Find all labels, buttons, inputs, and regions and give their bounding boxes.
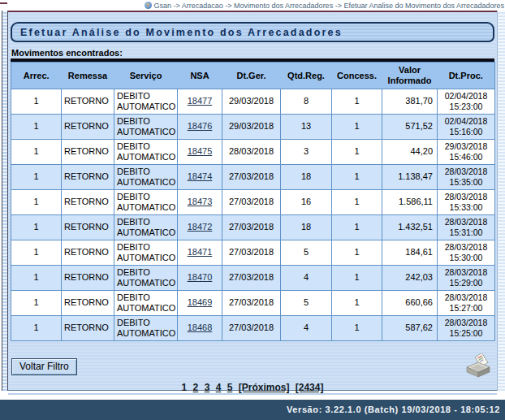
column-header: Arrec. [11,63,62,89]
cell-dtproc: 02/04/201815:23:00 [438,89,495,115]
top-left-maroon-line [0,2,7,4]
cell-nsa: 18477 [178,89,222,115]
cell-servico: DEBITO AUTOMATICO [114,316,178,341]
cell-servico: DEBITO AUTOMATICO [114,215,178,240]
cell-nsa: 18468 [178,316,222,341]
cell-dtproc: 28/03/201815:25:00 [438,316,495,341]
cell-remessa: RETORNO [62,140,114,165]
column-header: Dt.Proc. [438,63,495,89]
cell-arrec: 1 [11,89,62,115]
cell-valor: 660,66 [382,291,438,316]
cell-dtger: 28/03/2018 [222,140,281,165]
movements-table: Arrec.RemessaServiçoNSADt.Ger.Qtd.Reg.Co… [11,62,495,341]
section-label: Movimentos encontrados: [11,48,123,58]
cell-remessa: RETORNO [62,240,114,266]
cell-remessa: RETORNO [62,115,114,140]
cell-servico: DEBITO AUTOMATICO [114,89,178,115]
table-row: 1RETORNODEBITO AUTOMATICO1847127/03/2018… [11,240,495,266]
page-link[interactable]: 4 [216,382,222,393]
cell-remessa: RETORNO [62,89,114,115]
footer-divider-line [8,393,497,395]
nsa-link[interactable]: 18471 [188,247,213,257]
cell-qtd: 16 [281,190,332,215]
pagination: 1 2 3 4 5 [Próximos] [2434] [8,382,497,393]
cell-dtproc: 29/03/201815:46:00 [438,140,495,165]
table-body: 1RETORNODEBITO AUTOMATICO1847729/03/2018… [11,89,495,341]
cell-valor: 381,70 [382,89,438,115]
page-link[interactable]: 3 [205,382,210,393]
nsa-link[interactable]: 18472 [188,222,213,232]
cell-servico: DEBITO AUTOMATICO [114,291,178,316]
cell-dtger: 27/03/2018 [222,190,281,215]
nsa-link[interactable]: 18474 [188,171,213,181]
cell-concess: 1 [332,140,382,165]
cell-arrec: 1 [11,140,62,165]
table-row: 1RETORNODEBITO AUTOMATICO1847528/03/2018… [11,140,495,165]
cell-arrec: 1 [11,316,62,341]
cell-concess: 1 [332,165,382,190]
cell-concess: 1 [332,190,382,215]
cell-dtger: 27/03/2018 [222,240,281,266]
help-icon[interactable]: ? [145,2,152,9]
cell-arrec: 1 [11,291,62,316]
nsa-link[interactable]: 18473 [188,197,213,206]
cell-remessa: RETORNO [62,291,114,316]
cell-concess: 1 [332,266,382,291]
cell-qtd: 18 [281,165,332,190]
nsa-link[interactable]: 18477 [188,96,213,106]
nsa-link[interactable]: 18470 [188,272,213,282]
current-page: 1 [182,382,188,393]
page-link[interactable]: [Próximos] [239,382,290,393]
cell-dtproc: 28/03/201815:30:00 [438,240,495,266]
nsa-link[interactable]: 18475 [188,146,213,156]
cell-concess: 1 [332,291,382,316]
column-header: Qtd.Reg. [281,63,332,89]
cell-servico: DEBITO AUTOMATICO [114,240,178,266]
cell-dtger: 29/03/2018 [222,89,281,115]
cell-nsa: 18474 [178,165,222,190]
cell-qtd: 5 [281,240,332,266]
nsa-link[interactable]: 18468 [188,323,213,332]
table-row: 1RETORNODEBITO AUTOMATICO1847729/03/2018… [11,89,495,115]
page-link[interactable]: 2 [193,382,199,393]
cell-dtger: 27/03/2018 [222,316,281,341]
nsa-link[interactable]: 18476 [188,121,213,131]
cell-servico: DEBITO AUTOMATICO [114,140,178,165]
cell-qtd: 18 [281,215,332,240]
column-header: Concess. [332,63,382,89]
nsa-link[interactable]: 18469 [188,297,213,307]
column-header: NSA [178,63,222,89]
table-row: 1RETORNODEBITO AUTOMATICO1846927/03/2018… [11,291,495,316]
cell-remessa: RETORNO [62,190,114,215]
cell-concess: 1 [332,240,382,266]
cell-valor: 1.432,51 [382,215,438,240]
printer-icon[interactable] [464,353,492,379]
cell-dtger: 27/03/2018 [222,266,281,291]
cell-dtproc: 02/04/201815:16:00 [438,115,495,140]
cell-dtproc: 28/03/201815:31:00 [438,215,495,240]
cell-nsa: 18475 [178,140,222,165]
page-title-panel: Efetuar Análise do Movimento dos Arrecad… [11,22,494,42]
breadcrumb: ? Gsan -> Arrecadacao -> Movimento dos A… [145,1,504,10]
cell-qtd: 5 [281,291,332,316]
cell-nsa: 18473 [178,190,222,215]
table-row: 1RETORNODEBITO AUTOMATICO1846827/03/2018… [11,316,495,341]
cell-dtproc: 28/03/201815:33:00 [438,190,495,215]
cell-dtproc: 28/03/201815:27:00 [438,291,495,316]
cell-valor: 242,03 [382,266,438,291]
cell-dtproc: 28/03/201815:29:00 [438,266,495,291]
cell-arrec: 1 [11,115,62,140]
cell-servico: DEBITO AUTOMATICO [114,115,178,140]
cell-arrec: 1 [11,190,62,215]
cell-arrec: 1 [11,240,62,266]
cell-nsa: 18472 [178,215,222,240]
page-link[interactable]: [2434] [296,382,324,393]
voltar-filtro-button[interactable]: Voltar Filtro [11,358,77,375]
cell-nsa: 18469 [178,291,222,316]
page-title: Efetuar Análise do Movimento dos Arrecad… [20,27,343,38]
page-link[interactable]: 5 [227,382,233,393]
right-striped-band [497,11,505,391]
cell-concess: 1 [332,215,382,240]
cell-dtger: 29/03/2018 [222,115,281,140]
table-row: 1RETORNODEBITO AUTOMATICO1847629/03/2018… [11,115,495,140]
